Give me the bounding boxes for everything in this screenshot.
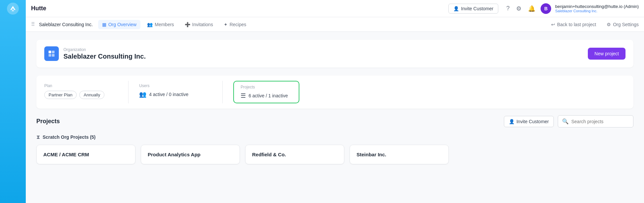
search-projects-box[interactable]: 🔍 (558, 115, 633, 127)
stat-projects: Projects ☰ 6 active / 1 inactive (233, 81, 299, 103)
users-stat-icon: 👥 (139, 91, 146, 98)
org-icon (44, 46, 59, 61)
projects-header-right: 👤 Invite Customer 🔍 (504, 115, 633, 127)
help-button[interactable]: ? (505, 4, 511, 13)
nav-recipes[interactable]: ✦ Recipes (220, 20, 250, 29)
scratch-org-icon: ⧗ (36, 134, 40, 140)
project-cards-list: ACME / ACME CRM Product Analytics App Re… (36, 145, 633, 164)
org-settings-gear-icon: ⚙ (607, 22, 611, 27)
notifications-button[interactable]: 🔔 (527, 4, 537, 14)
navbar: ⠿ Saleblazer Consulting Inc. ▦ Org Overv… (26, 17, 644, 32)
grid-dots-icon: ⠿ (31, 21, 35, 27)
projects-stat-icon: ☰ (241, 92, 246, 99)
projects-section-header: Projects 👤 Invite Customer 🔍 (36, 115, 633, 127)
svg-rect-3 (49, 54, 51, 57)
back-arrow-icon: ↩ (551, 22, 555, 27)
org-label: Organization (63, 47, 146, 52)
project-card-name-2: Redfield & Co. (252, 152, 337, 157)
scratch-org-section: ⧗ Scratch Org Projects (5) ACME / ACME C… (36, 134, 633, 164)
projects-section-title: Projects (36, 118, 60, 125)
projects-value: ☰ 6 active / 1 inactive (241, 92, 292, 99)
brand-name: Hutte (31, 5, 46, 12)
org-title: Saleblazer Consulting Inc. (63, 53, 146, 60)
project-card-name-3: Steinbar Inc. (357, 152, 442, 157)
scratch-org-header: ⧗ Scratch Org Projects (5) (36, 134, 633, 140)
project-card-0[interactable]: ACME / ACME CRM (36, 145, 135, 164)
back-to-project-button[interactable]: ↩ Back to last project (551, 22, 596, 27)
invite-customer-button-projects[interactable]: 👤 Invite Customer (504, 116, 554, 127)
new-project-button[interactable]: New project (588, 48, 625, 60)
invite-customer-button-top[interactable]: 👤 Invite Customer (448, 4, 498, 14)
search-projects-input[interactable] (571, 119, 629, 124)
svg-rect-2 (52, 51, 55, 53)
gear-icon: ⚙ (516, 5, 521, 12)
plan-badge-partner: Partner Plan (44, 91, 77, 99)
settings-button[interactable]: ⚙ (515, 4, 523, 14)
topbar-left: Hutte (31, 5, 52, 12)
plan-label: Plan (44, 83, 104, 88)
user-info: benjamin+hutteconsulting@hutte.io (Admin… (555, 4, 639, 13)
question-icon: ? (506, 5, 510, 12)
stats-row: Plan Partner Plan Annually Users 👥 4 act… (36, 76, 633, 109)
project-card-1[interactable]: Product Analytics App (141, 145, 240, 164)
invite-icon-top: 👤 (453, 6, 459, 11)
project-card-2[interactable]: Redfield & Co. (245, 145, 344, 164)
logo-icon (7, 3, 19, 15)
org-overview-icon: ▦ (102, 22, 106, 27)
navbar-org-name: Saleblazer Consulting Inc. (39, 22, 93, 27)
svg-point-0 (7, 3, 19, 15)
topbar: Hutte 👤 Invite Customer ? ⚙ 🔔 B benjamin… (26, 0, 644, 17)
org-title-block: Organization Saleblazer Consulting Inc. (63, 47, 146, 60)
invitations-icon: ➕ (185, 22, 190, 27)
recipes-icon: ✦ (224, 22, 228, 27)
main-content: Organization Saleblazer Consulting Inc. … (26, 32, 644, 203)
project-card-3[interactable]: Steinbar Inc. (350, 145, 449, 164)
svg-rect-1 (49, 51, 51, 53)
nav-invitations[interactable]: ➕ Invitations (181, 20, 217, 29)
stat-plan: Plan Partner Plan Annually (44, 81, 118, 103)
stat-users: Users 👥 4 active / 0 inactive (139, 81, 212, 103)
members-icon: 👥 (147, 22, 153, 27)
user-email: benjamin+hutteconsulting@hutte.io (Admin… (555, 4, 639, 9)
plan-badges: Partner Plan Annually (44, 91, 104, 99)
invite-customer-icon: 👤 (509, 119, 514, 124)
nav-members[interactable]: 👥 Members (143, 20, 178, 29)
plan-badge-annually: Annually (79, 91, 104, 99)
user-org-name: Saleblazer Consulting Inc. (555, 9, 639, 13)
user-avatar[interactable]: B (541, 3, 551, 14)
org-header-card: Organization Saleblazer Consulting Inc. … (36, 40, 633, 68)
projects-label: Projects (241, 85, 292, 89)
org-header-left: Organization Saleblazer Consulting Inc. (44, 46, 146, 61)
topbar-right: 👤 Invite Customer ? ⚙ 🔔 B benjamin+hutte… (448, 3, 639, 14)
scratch-org-title: Scratch Org Projects (5) (43, 134, 95, 140)
project-card-name-0: ACME / ACME CRM (43, 152, 129, 157)
svg-rect-4 (52, 54, 55, 57)
search-icon: 🔍 (562, 118, 569, 125)
users-value: 👥 4 active / 0 inactive (139, 91, 199, 98)
org-settings-button[interactable]: ⚙ Org Settings (607, 22, 639, 27)
project-card-name-1: Product Analytics App (148, 152, 233, 157)
nav-org-overview[interactable]: ▦ Org Overview (98, 20, 141, 29)
sidebar-background (0, 0, 26, 203)
users-label: Users (139, 83, 199, 88)
bell-icon: 🔔 (528, 5, 535, 12)
